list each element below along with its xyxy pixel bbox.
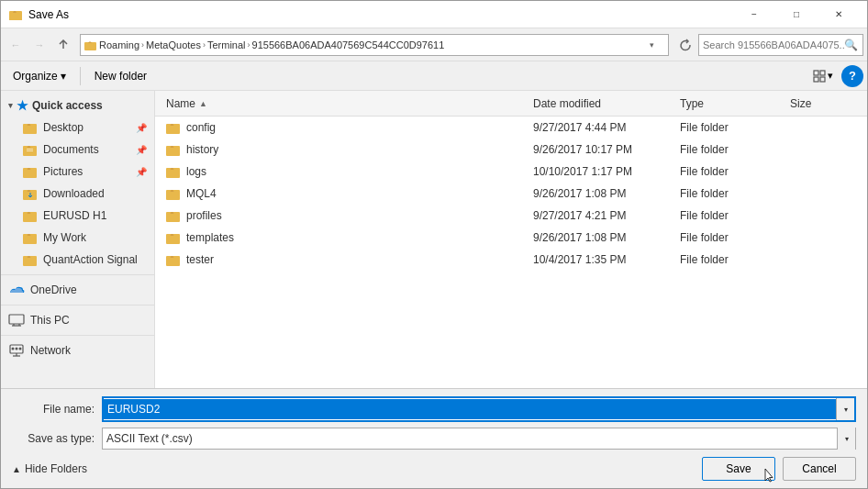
mywork-folder-icon <box>23 231 38 244</box>
sidebar-item-mywork[interactable]: My Work <box>1 227 154 249</box>
sidebar-item-documents[interactable]: Documents 📌 <box>1 139 154 161</box>
folder-icon-tester <box>166 253 181 266</box>
toolbar-separator <box>80 67 81 85</box>
folder-icon-logs <box>166 165 181 178</box>
svg-point-25 <box>19 348 22 350</box>
table-row[interactable]: tester 10/4/2017 1:35 PM File folder <box>155 249 867 271</box>
table-row[interactable]: templates 9/26/2017 1:08 PM File folder <box>155 227 867 249</box>
column-headers: Name ▲ Date modified Type Size <box>155 91 867 117</box>
folder-icon-history <box>166 143 181 156</box>
network-icon <box>8 344 25 357</box>
sidebar-item-network[interactable]: Network <box>1 339 154 361</box>
sidebar-divider-2 <box>1 305 154 306</box>
sidebar-item-pictures[interactable]: Pictures 📌 <box>1 161 154 183</box>
minimize-button[interactable]: − <box>733 1 775 28</box>
up-icon <box>58 39 69 50</box>
filename-dropdown[interactable]: ▾ <box>836 398 854 420</box>
table-row[interactable]: logs 10/10/2017 1:17 PM File folder <box>155 161 867 183</box>
forward-button[interactable]: → <box>28 34 50 56</box>
search-icon[interactable]: 🔍 <box>844 39 859 51</box>
sidebar-divider-1 <box>1 274 154 275</box>
up-button[interactable] <box>52 34 74 56</box>
col-header-size[interactable]: Size <box>786 97 860 110</box>
breadcrumb-roaming[interactable]: Roaming <box>99 39 139 50</box>
svg-rect-4 <box>820 71 825 75</box>
table-row[interactable]: profiles 9/27/2017 4:21 PM File folder <box>155 205 867 227</box>
col-header-date[interactable]: Date modified <box>529 97 676 110</box>
bottom-panel: File name: ▾ Save as type: ASCII Text (*… <box>1 388 867 488</box>
navigation-bar: ← → Roaming › MetaQuotes › Terminal › 91… <box>1 28 867 61</box>
svg-rect-10 <box>27 150 33 151</box>
svg-point-23 <box>12 348 15 350</box>
folder-icon-profiles <box>166 209 181 222</box>
folder-icon-config <box>166 121 181 134</box>
filename-row: File name: ▾ <box>12 396 856 422</box>
sidebar-item-thispc[interactable]: This PC <box>1 309 154 331</box>
savetype-value: ASCII Text (*.csv) <box>103 432 837 445</box>
toolbar: Organize ▾ New folder ▾ ? <box>1 61 867 91</box>
eurusd-folder-icon <box>23 209 38 222</box>
svg-rect-6 <box>820 77 825 82</box>
svg-rect-3 <box>814 71 818 75</box>
cursor-icon <box>763 467 776 483</box>
table-row[interactable]: MQL4 9/26/2017 1:08 PM File folder <box>155 183 867 205</box>
file-area: Name ▲ Date modified Type Size <box>155 91 867 388</box>
actions-row: ▲ Hide Folders Save Cancel <box>12 457 856 481</box>
col-header-name[interactable]: Name ▲ <box>162 97 529 110</box>
window-icon <box>8 7 23 22</box>
breadcrumb-terminal[interactable]: Terminal <box>207 39 246 50</box>
views-icon <box>813 70 826 83</box>
svg-rect-16 <box>9 315 24 324</box>
refresh-icon <box>679 39 692 51</box>
views-button[interactable]: ▾ <box>808 65 838 87</box>
documents-folder-icon <box>23 143 38 156</box>
breadcrumb-id[interactable]: 915566BA06ADA407569C544CC0D97611 <box>252 39 445 50</box>
address-bar[interactable]: Roaming › MetaQuotes › Terminal › 915566… <box>80 34 669 56</box>
save-button[interactable]: Save <box>702 457 775 481</box>
window-controls: − □ ✕ <box>733 1 860 28</box>
savetype-dropdown[interactable]: ▾ <box>837 428 855 450</box>
hide-folders-arrow-icon: ▲ <box>12 464 21 474</box>
svg-rect-1 <box>9 13 22 20</box>
breadcrumb-metaquotes[interactable]: MetaQuotes <box>146 39 201 50</box>
table-row[interactable]: history 9/26/2017 10:17 PM File folder <box>155 139 867 161</box>
hide-folders-toggle[interactable]: ▲ Hide Folders <box>12 457 695 481</box>
save-as-dialog: Save As − □ ✕ ← → Roaming › MetaQuotes <box>0 0 868 489</box>
pictures-folder-icon <box>23 165 38 178</box>
organize-button[interactable]: Organize ▾ <box>5 65 74 87</box>
filename-label: File name: <box>12 403 95 416</box>
sidebar-quick-access-header[interactable]: ▾ ★ Quick access <box>1 94 154 117</box>
maximize-button[interactable]: □ <box>775 1 818 28</box>
sidebar-item-downloaded[interactable]: Downloaded <box>1 183 154 205</box>
sidebar-item-onedrive[interactable]: OneDrive <box>1 279 154 301</box>
address-folder-icon <box>84 39 97 50</box>
refresh-button[interactable] <box>674 34 696 56</box>
sidebar-item-quantaction[interactable]: QuantAction Signal <box>1 249 154 271</box>
back-button[interactable]: ← <box>5 34 27 56</box>
filename-input[interactable] <box>104 399 836 419</box>
address-dropdown-arrow[interactable]: ▾ <box>650 40 664 50</box>
savetype-label: Save as type: <box>12 432 95 445</box>
cancel-button[interactable]: Cancel <box>783 457 856 481</box>
title-bar: Save As − □ ✕ <box>1 1 867 28</box>
search-input[interactable] <box>703 39 844 50</box>
sort-arrow-icon: ▲ <box>199 99 207 108</box>
help-button[interactable]: ? <box>841 65 863 87</box>
sidebar-item-desktop[interactable]: Desktop 📌 <box>1 117 154 139</box>
main-content: ▾ ★ Quick access Desktop 📌 <box>1 91 867 388</box>
search-box[interactable]: 🔍 <box>698 34 863 56</box>
views-arrow: ▾ <box>828 70 833 82</box>
new-folder-button[interactable]: New folder <box>86 65 155 87</box>
table-row[interactable]: config 9/27/2017 4:44 PM File folder <box>155 117 867 139</box>
folder-icon-mql4 <box>166 187 181 200</box>
sidebar-divider-3 <box>1 335 154 336</box>
pin-icon: 📌 <box>136 123 147 133</box>
onedrive-icon <box>8 283 25 296</box>
sidebar: ▾ ★ Quick access Desktop 📌 <box>1 91 155 388</box>
svg-rect-2 <box>84 42 96 50</box>
close-button[interactable]: ✕ <box>818 1 860 28</box>
svg-point-24 <box>16 348 18 350</box>
sidebar-item-eurusd[interactable]: EURUSD H1 <box>1 205 154 227</box>
col-header-type[interactable]: Type <box>676 97 786 110</box>
breadcrumb: Roaming › MetaQuotes › Terminal › 915566… <box>99 39 650 50</box>
